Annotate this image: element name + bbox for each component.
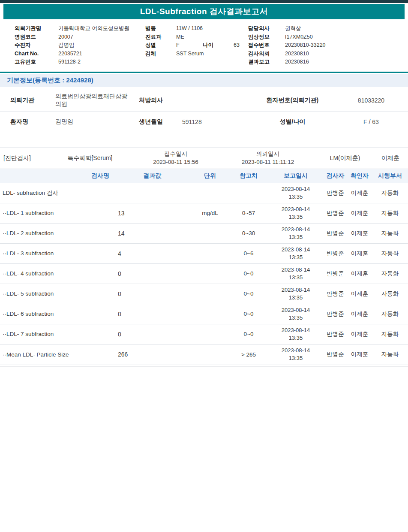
field-value: 20230816 (285, 58, 309, 66)
field-label: 나이 (203, 41, 234, 50)
header-field: 담당의사 권혁상 (248, 24, 408, 33)
result-value: 0 (114, 331, 191, 338)
column-header-value: 결과값 (114, 172, 191, 180)
header-field: 진료과 ME (145, 33, 248, 42)
field-value: 63 (234, 41, 240, 50)
department: 자동화 (372, 351, 408, 358)
report-header: 의뢰기관명 가톨릭대학교 여의도성모병원 병원코드 20007 수진자 김명임 … (0, 19, 408, 71)
header-field: Chart No. 22035721 (15, 50, 145, 58)
confirmer: 이제훈 (347, 351, 372, 358)
reference-range: > 265 (229, 351, 268, 358)
field-value: 11W / 1106 (176, 24, 203, 33)
receipt-value: 2023-08-11 15:56 (133, 158, 219, 166)
reference-range: 0~0 (229, 331, 268, 337)
field-label: 환자번호(의뢰기관) (251, 93, 334, 108)
exam-panel: 특수화학[Serum] (47, 154, 133, 162)
field-value: 20007 (58, 33, 73, 42)
column-header-confirmer: 확인자 (347, 172, 372, 180)
reference-range: 0~6 (229, 250, 268, 257)
field-value: 81033220 (334, 94, 408, 107)
confirmer: 이제훈 (347, 330, 372, 338)
result-row: ··LDL- 5 subfraction 0 0~0 2023-08-1413:… (0, 284, 408, 304)
department: 자동화 (372, 250, 408, 257)
reference-range: 0~57 (229, 210, 268, 216)
field-value: 권혁상 (285, 24, 301, 33)
report-datetime: 2023-08-1413:35 (268, 286, 324, 301)
request-label: 의뢰일시 (219, 150, 317, 158)
receipt-label: 접수일시 (133, 150, 219, 158)
header-column-right: 담당의사 권혁상 임상정보 I17XM0Z50 접수번호 20230810-33… (248, 24, 408, 66)
report-datetime: 2023-08-1413:35 (268, 326, 324, 342)
report-datetime: 2023-08-1413:35 (268, 246, 324, 261)
header-field: 임상정보 I17XM0Z50 (248, 33, 408, 42)
results-header: 검사명 결과값 단위 참고치 보고일시 검사자 확인자 시행부서 (0, 169, 408, 183)
header-column-middle: 병동 11W / 1106 진료과 ME 성별 F 나이 63 검체 SST S… (145, 24, 248, 66)
field-value: 의료법인삼광의료재단삼광의원 (45, 89, 129, 112)
confirmer: 이제훈 (347, 209, 372, 217)
header-field-sex-age: 성별 F 나이 63 (145, 41, 248, 50)
confirmer: 이제훈 (347, 230, 372, 237)
lab-report-page: LDL-Subfraction 검사결과보고서 의뢰기관명 가톨릭대학교 여의도… (0, 0, 408, 532)
field-label: 접수번호 (248, 41, 285, 50)
field-value: F (176, 41, 203, 50)
department: 자동화 (372, 270, 408, 278)
header-field: 의뢰기관명 가톨릭대학교 여의도성모병원 (15, 24, 145, 33)
field-value (174, 97, 251, 104)
basic-info-row: 환자명 김명임 생년월일 591128 성별/나이 F / 63 (0, 112, 408, 132)
result-row: LDL- subfraction 검사 2023-08-1413:35 반병준 … (0, 183, 408, 203)
department: 자동화 (372, 230, 408, 237)
basic-info-header: 기본정보(등록번호 : 2424928) (0, 74, 408, 87)
result-row: ··Mean LDL- Particle Size 266 > 265 2023… (0, 345, 408, 365)
header-field: 결과보고 20230816 (248, 58, 408, 66)
tester: 반병준 (324, 330, 347, 338)
report-datetime: 2023-08-1413:35 (268, 306, 324, 321)
lab-code: LM(이제훈) (317, 154, 373, 162)
confirmer: 이제훈 (347, 290, 372, 298)
section-divider (0, 72, 408, 73)
confirmer: 이제훈 (347, 250, 372, 257)
result-value: 266 (114, 351, 191, 358)
field-value: ME (176, 33, 184, 42)
result-row: ··LDL- 4 subfraction 0 0~0 2023-08-1413:… (0, 264, 408, 284)
field-value: I17XM0Z50 (285, 33, 313, 42)
column-header-tester: 검사자 (324, 172, 347, 180)
report-datetime: 2023-08-1413:35 (268, 347, 324, 362)
header-column-left: 의뢰기관명 가톨릭대학교 여의도성모병원 병원코드 20007 수진자 김명임 … (15, 24, 145, 66)
department: 자동화 (372, 189, 408, 197)
tester: 반병준 (324, 250, 347, 257)
confirmer: 이제훈 (347, 270, 372, 278)
report-title-bar: LDL-Subfraction 검사결과보고서 (3, 4, 405, 19)
tester: 반병준 (324, 209, 347, 217)
test-name: ··LDL- 1 subfraction (0, 210, 114, 216)
test-name: ··LDL- 4 subfraction (0, 270, 114, 277)
exam-summary-row: [진단검사] 특수화학[Serum] 접수일시 2023-08-11 15:56… (0, 148, 408, 169)
field-value: 가톨릭대학교 여의도성모병원 (58, 24, 129, 33)
field-label: 진료과 (145, 33, 176, 42)
field-label: 고유번호 (15, 58, 58, 66)
header-field: 고유번호 591128-2 (15, 58, 145, 66)
field-label: 생년월일 (129, 115, 174, 129)
reference-range: 0~0 (229, 311, 268, 317)
field-value: 22035721 (58, 50, 82, 58)
result-value: 0 (114, 311, 191, 317)
test-name: ··LDL- 7 subfraction (0, 331, 114, 337)
test-name: ··LDL- 3 subfraction (0, 250, 114, 257)
tester: 반병준 (324, 189, 347, 197)
basic-info-table: 의뢰기관 의료법인삼광의료재단삼광의원 처방의사 환자번호(의뢰기관) 8103… (0, 89, 408, 132)
field-value: SST Serum (176, 50, 204, 58)
header-field: 검사의뢰 20230810 (248, 50, 408, 58)
field-label: 검사의뢰 (248, 50, 285, 58)
field-label: 병동 (145, 24, 176, 33)
field-value: F / 63 (334, 115, 408, 129)
header-field: 접수번호 20230810-33220 (248, 41, 408, 50)
field-label: 의뢰기관명 (15, 24, 58, 33)
basic-info-title: 기본정보(등록번호 : 2424928) (7, 76, 93, 85)
field-label: 의뢰기관 (0, 93, 45, 108)
report-datetime: 2023-08-1413:35 (268, 185, 324, 200)
receipt-datetime: 접수일시 2023-08-11 15:56 (133, 150, 219, 166)
top-accent-bar (0, 0, 408, 3)
header-field: 병동 11W / 1106 (145, 24, 248, 33)
column-header-report-time: 보고일시 (268, 172, 324, 180)
field-label: 성별 (145, 41, 176, 50)
result-value: 13 (114, 210, 191, 217)
